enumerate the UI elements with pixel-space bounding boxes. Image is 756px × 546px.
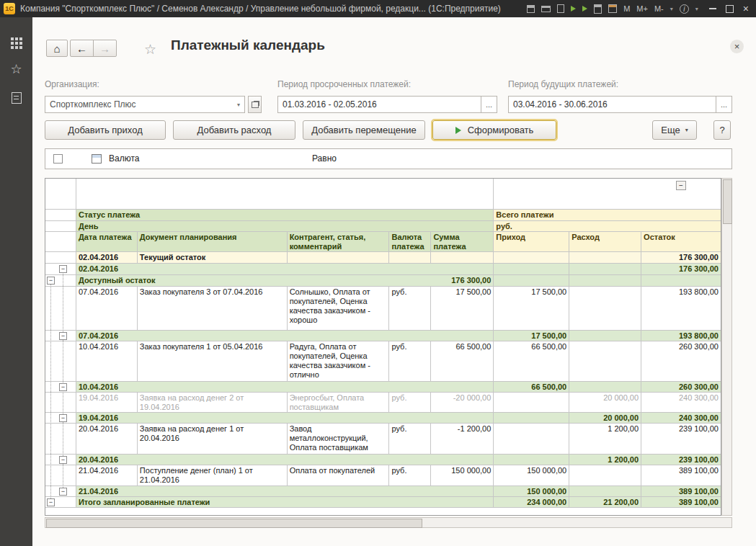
add-transfer-button[interactable]: Добавить перемещение	[303, 120, 425, 140]
cell-group-date[interactable]: 21.04.2016	[76, 486, 494, 497]
service-action-icon[interactable]	[571, 6, 576, 12]
cell-blank[interactable]	[45, 232, 76, 252]
cell-balance[interactable]: 176 300,00	[641, 252, 721, 264]
cell-date[interactable]: 07.04.2016	[76, 287, 138, 331]
vertical-scrollbar[interactable]	[721, 178, 732, 516]
add-expense-button[interactable]: Добавить расход	[173, 120, 295, 140]
cell-currency[interactable]: руб.	[389, 393, 431, 413]
sidebar-history-button[interactable]	[0, 86, 32, 109]
cell-income[interactable]	[494, 275, 569, 287]
cell-balance[interactable]: 240 300,00	[641, 393, 721, 413]
back-button[interactable]: ←	[70, 40, 94, 57]
cell-date[interactable]: 02.04.2016	[76, 252, 138, 264]
collapse-group-button[interactable]: −	[59, 265, 67, 273]
cell-income[interactable]	[494, 413, 569, 424]
cell-balance[interactable]: 260 300,00	[641, 382, 721, 393]
memory-mplus-button[interactable]: M+	[636, 4, 648, 13]
cell-date[interactable]: 19.04.2016	[76, 393, 138, 413]
collapse-columns-button[interactable]: −	[676, 181, 686, 190]
forward-button[interactable]: →	[93, 40, 117, 57]
col-expense[interactable]: Расход	[569, 232, 641, 252]
chevron-down-icon[interactable]: ▾	[233, 102, 244, 108]
cell-currency[interactable]: руб.	[389, 287, 431, 331]
cell-contragent[interactable]: Энергосбыт, Оплата поставщикам	[288, 393, 390, 413]
cell-income[interactable]: 234 000,00	[494, 497, 569, 508]
collapse-group-button[interactable]: −	[59, 414, 67, 422]
cell-income[interactable]: 66 500,00	[494, 341, 569, 382]
cell-blank[interactable]	[45, 210, 76, 221]
quick-filter-row[interactable]: Валюта Равно	[45, 148, 732, 169]
add-income-button[interactable]: Добавить приход	[45, 120, 166, 140]
cell-group-date[interactable]: 07.04.2016	[76, 331, 494, 341]
form-close-button[interactable]: ×	[730, 40, 744, 53]
cell-income[interactable]	[494, 455, 569, 465]
cell-date[interactable]: 20.04.2016	[76, 424, 138, 455]
cell-amount[interactable]: 17 500,00	[431, 287, 494, 331]
cell-expense[interactable]	[569, 382, 641, 393]
cell-doc[interactable]: Заявка на расход денег 2 от 19.04.2016	[138, 393, 288, 413]
col-currency[interactable]: Валюта платежа	[389, 232, 431, 252]
cell-contragent[interactable]: Солнышко, Оплата от покупателей, Оценка …	[288, 287, 390, 331]
cell-balance[interactable]: 239 100,00	[641, 455, 721, 465]
cell-expense[interactable]: 1 200,00	[569, 424, 641, 455]
cell-expense[interactable]	[569, 264, 641, 275]
overdue-period-input[interactable]: 01.03.2016 - 02.05.2016 ...	[277, 96, 497, 113]
col-amount[interactable]: Сумма платежа	[431, 232, 494, 252]
cell-expense[interactable]	[569, 287, 641, 331]
horizontal-scrollbar-thumb[interactable]	[46, 519, 422, 528]
col-income[interactable]: Приход	[494, 232, 569, 252]
help-button[interactable]: ?	[713, 120, 731, 140]
future-period-input[interactable]: 03.04.2016 - 30.06.2016 ...	[508, 96, 732, 113]
print-preview-icon[interactable]	[557, 4, 564, 13]
cell-blank[interactable]	[494, 252, 569, 264]
cell-balance[interactable]: 260 300,00	[641, 341, 721, 382]
collapse-group-button[interactable]: −	[59, 456, 67, 464]
cell-group-date[interactable]: 20.04.2016	[76, 455, 494, 465]
collapse-group-button[interactable]: −	[59, 332, 67, 340]
cell-currency[interactable]: руб.	[389, 341, 431, 382]
memory-mminus-button[interactable]: M-	[654, 4, 664, 13]
cell-income[interactable]: 17 500,00	[494, 287, 569, 331]
print-icon[interactable]	[541, 6, 551, 12]
cell-balance[interactable]: 389 100,00	[641, 465, 721, 486]
header-day[interactable]: День	[76, 221, 494, 232]
cell-income[interactable]	[494, 424, 569, 455]
service-action2-icon[interactable]	[582, 6, 587, 12]
cell-blank[interactable]	[494, 179, 721, 210]
cell-balance[interactable]: 389 100,00	[641, 486, 721, 497]
more-button[interactable]: Еще ▾	[652, 120, 697, 140]
cell-expense[interactable]	[569, 486, 641, 497]
filter-enable-checkbox[interactable]	[53, 154, 63, 164]
cell-doc[interactable]: Заказ покупателя 3 от 07.04.2016	[138, 287, 288, 331]
cell-balance[interactable]: 239 100,00	[641, 424, 721, 455]
header-total[interactable]: Всего платежи	[494, 210, 721, 221]
cell-amount[interactable]: -1 200,00	[431, 424, 494, 455]
memory-dropdown-icon[interactable]: ▾	[670, 6, 673, 12]
filter-condition[interactable]: Равно	[312, 153, 337, 164]
cell-blank[interactable]	[389, 252, 431, 264]
cell-contragent[interactable]: Радуга, Оплата от покупателей, Оценка ка…	[288, 341, 390, 382]
cell-available[interactable]: Доступный остаток 176 300,00	[76, 275, 494, 287]
window-maximize-button[interactable]	[726, 5, 734, 13]
cell-doc[interactable]: Поступление денег (план) 1 от 21.04.2016	[138, 465, 288, 486]
cell-income[interactable]: 150 000,00	[494, 486, 569, 497]
calendar-icon[interactable]	[608, 4, 617, 13]
cell-blank[interactable]	[431, 252, 494, 264]
cell-expense[interactable]: 1 200,00	[569, 455, 641, 465]
generate-button[interactable]: Сформировать	[432, 120, 556, 140]
cell-balance[interactable]: 240 300,00	[641, 413, 721, 424]
cell-blank[interactable]	[45, 252, 76, 264]
cell-doc[interactable]: Заявка на расход денег 1 от 20.04.2016	[138, 424, 288, 455]
cell-blank[interactable]	[569, 252, 641, 264]
cell-income[interactable]: 66 500,00	[494, 382, 569, 393]
cell-group-date[interactable]: 02.04.2016	[76, 264, 494, 275]
overdue-period-more-button[interactable]: ...	[481, 97, 497, 112]
cell-expense[interactable]	[569, 341, 641, 382]
col-doc[interactable]: Документ планирования	[138, 232, 288, 252]
future-period-more-button[interactable]: ...	[716, 97, 731, 112]
info-dropdown-icon[interactable]: ▾	[695, 6, 698, 12]
cell-currency[interactable]: руб.	[389, 465, 431, 486]
cell-expense[interactable]: 20 000,00	[569, 413, 641, 424]
header-status[interactable]: Статус платежа	[76, 210, 494, 221]
organization-combobox[interactable]: Спорткомплекс Плюс ▾	[45, 96, 245, 113]
